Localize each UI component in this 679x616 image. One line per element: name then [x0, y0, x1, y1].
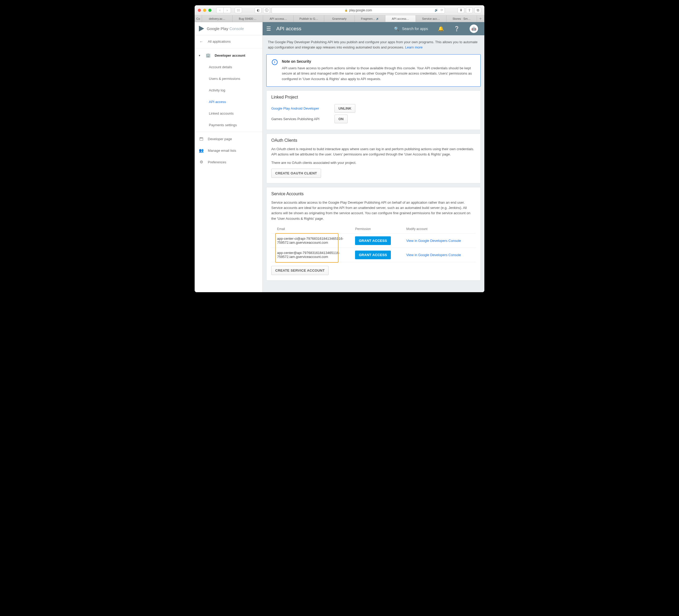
page-title: API access	[276, 26, 389, 32]
sidebar: Google Play Console ← All applications ▾…	[195, 22, 263, 292]
service-accounts-table: Email Permission Modify account app-cent…	[271, 224, 476, 262]
lock-icon: 🔒	[345, 9, 348, 11]
sidebar-item[interactable]: API access	[195, 96, 262, 107]
browser-tab[interactable]: delivery.ac…	[202, 15, 233, 22]
play-console-icon	[198, 26, 204, 32]
panel-title-linked: Linked Project	[271, 95, 476, 100]
service-accounts-panel: Service Accounts Service accounts allow …	[266, 187, 481, 281]
browser-tab[interactable]: API access…	[385, 15, 416, 22]
info-icon: i	[272, 59, 278, 65]
share-icon[interactable]: ⇪	[466, 7, 473, 13]
oauth-desc: An OAuth client is required to build int…	[271, 147, 476, 157]
create-service-account-button[interactable]: CREATE SERVICE ACCOUNT	[271, 266, 329, 275]
sidebar-toggle[interactable]: ▯▯	[235, 7, 242, 13]
grant-access-button[interactable]: GRANT ACCESS	[355, 251, 391, 259]
browser-tab[interactable]: API access…	[263, 15, 294, 22]
oauth-clients-panel: OAuth Clients An OAuth client is require…	[266, 133, 481, 183]
th-email: Email	[271, 224, 353, 234]
alert-title: Note on Security	[282, 59, 475, 63]
window-zoom[interactable]	[208, 9, 212, 12]
browser-tab[interactable]: Bug 59400:…	[233, 15, 263, 22]
linked-project-button[interactable]: ON	[334, 115, 348, 123]
bell-icon[interactable]: 🔔	[438, 26, 444, 32]
security-note: i Note on Security API users have access…	[266, 54, 481, 86]
sidebar-group-developer-account[interactable]: ▾ 🏢 Developer account	[195, 50, 262, 61]
building-icon: 🏢	[206, 53, 211, 58]
reload-icon[interactable]: ⟳	[441, 8, 443, 12]
reader-icon[interactable]: ◐	[255, 7, 262, 13]
tab-strip: Codelivery.ac…Bug 59400:…API access…Publ…	[195, 15, 484, 22]
browser-tab[interactable]: Grammarly	[324, 15, 355, 22]
downloads-icon[interactable]: ⬇	[457, 7, 464, 13]
new-tab-button[interactable]: +	[477, 15, 484, 22]
table-row: app-center-ci@api-7976831618413465116-75…	[271, 234, 476, 248]
site-info-icon[interactable]: ⓘ	[263, 7, 270, 13]
linked-project-label: Games Services Publishing API	[271, 117, 334, 121]
browser-tab[interactable]: Stores · Sm…	[446, 15, 477, 22]
svc-desc: Service accounts allow access to the Goo…	[271, 200, 476, 221]
sidebar-item[interactable]: Account details	[195, 61, 262, 73]
browser-tab[interactable]: Fragmen…🔊	[355, 15, 385, 22]
sidebar-item[interactable]: Users & permissions	[195, 73, 262, 84]
th-modify: Modify account	[404, 224, 476, 234]
sidebar-item[interactable]: Payments settings	[195, 119, 262, 131]
sidebar-icon: ⚙	[199, 160, 203, 164]
panel-title-oauth: OAuth Clients	[271, 138, 476, 143]
sidebar-icon: 👥	[199, 148, 203, 153]
table-row: app-center@api-7976831618413465116-75957…	[271, 248, 476, 262]
browser-toolbar: ‹ › ▯▯ ◐ ⓘ 🔒 play.google.com 🔊 ⟳ ⬇ ⇪ ⧉	[195, 5, 484, 15]
avatar[interactable]: 🤖	[470, 25, 478, 33]
learn-more-link[interactable]: Learn more	[405, 45, 422, 49]
search[interactable]: 🔍 Search for apps	[394, 26, 428, 31]
panel-title-service: Service Accounts	[271, 191, 476, 196]
address-bar[interactable]: 🔒 play.google.com 🔊 ⟳	[271, 7, 445, 13]
sidebar-icon: 🗔	[199, 137, 203, 141]
nav-back[interactable]: ‹	[216, 7, 224, 13]
android-icon: 🤖	[472, 26, 477, 31]
sidebar-item[interactable]: ⚙Preferences	[195, 156, 262, 168]
alert-body: API users have access to perform actions…	[282, 66, 475, 82]
search-icon: 🔍	[394, 26, 399, 31]
linked-project-button[interactable]: UNLINK	[334, 104, 355, 113]
grant-access-button[interactable]: GRANT ACCESS	[355, 236, 391, 245]
sound-icon[interactable]: 🔊	[434, 8, 438, 12]
view-in-console-link[interactable]: View in Google Developers Console	[406, 253, 461, 257]
menu-icon[interactable]: ☰	[266, 26, 271, 32]
sidebar-item[interactable]: Linked accounts	[195, 107, 262, 119]
search-placeholder: Search for apps	[402, 27, 428, 31]
sidebar-item[interactable]: 👥Manage email lists	[195, 145, 262, 156]
help-icon[interactable]: ❔	[454, 26, 460, 32]
browser-tab[interactable]: Publish to G…	[294, 15, 324, 22]
sidebar-back[interactable]: ← All applications	[195, 36, 262, 47]
window-minimize[interactable]	[203, 9, 206, 12]
browser-tab[interactable]: Service acc…	[416, 15, 446, 22]
service-account-email: app-center@api-7976831618413465116-75957…	[277, 251, 351, 259]
create-oauth-client-button[interactable]: CREATE OAUTH CLIENT	[271, 168, 321, 178]
chevron-down-icon: ▾	[199, 54, 201, 57]
url-host: play.google.com	[349, 8, 372, 12]
browser-tab[interactable]: Co	[195, 15, 202, 22]
window-close[interactable]	[198, 9, 201, 12]
nav-forward[interactable]: ›	[224, 7, 231, 13]
linked-project-panel: Linked Project Google Play Android Devel…	[266, 90, 481, 130]
intro-text: The Google Play Developer Publishing API…	[263, 35, 484, 54]
tabs-icon[interactable]: ⧉	[474, 7, 481, 13]
oauth-empty: There are no OAuth clients associated wi…	[271, 160, 476, 165]
logo[interactable]: Google Play Console	[195, 22, 262, 35]
th-permission: Permission	[353, 224, 404, 234]
arrow-left-icon: ←	[199, 39, 203, 44]
sidebar-item[interactable]: 🗔Developer page	[195, 133, 262, 145]
view-in-console-link[interactable]: View in Google Developers Console	[406, 239, 461, 243]
app-header: ☰ API access 🔍 Search for apps 🔔 ❔ 🤖	[263, 22, 484, 35]
linked-project-label[interactable]: Google Play Android Developer	[271, 106, 334, 111]
sidebar-item[interactable]: Activity log	[195, 84, 262, 96]
service-account-email: app-center-ci@api-7976831618413465116-75…	[277, 237, 351, 245]
